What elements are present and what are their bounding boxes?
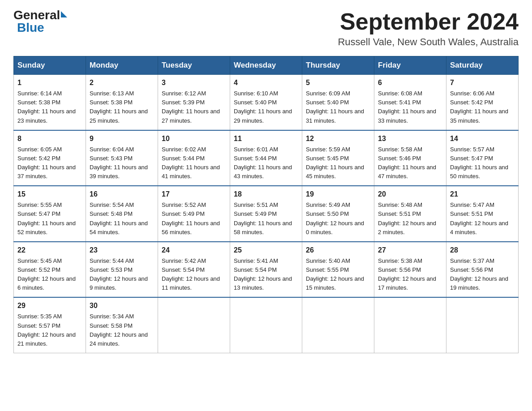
calendar-table: SundayMondayTuesdayWednesdayThursdayFrid…	[13, 56, 519, 353]
page-subtitle: Russell Vale, New South Wales, Australia	[338, 36, 519, 48]
day-number: 30	[90, 300, 154, 311]
day-info: Sunrise: 6:04 AMSunset: 5:43 PMDaylight:…	[90, 145, 154, 181]
calendar-day-cell	[230, 297, 302, 353]
calendar-day-cell: 16Sunrise: 5:54 AMSunset: 5:48 PMDayligh…	[86, 186, 158, 242]
day-info: Sunrise: 5:44 AMSunset: 5:53 PMDaylight:…	[90, 257, 154, 293]
day-info: Sunrise: 5:52 AMSunset: 5:49 PMDaylight:…	[162, 201, 226, 237]
day-number: 10	[162, 133, 226, 144]
day-info: Sunrise: 5:49 AMSunset: 5:50 PMDaylight:…	[306, 201, 370, 237]
calendar-day-cell: 13Sunrise: 5:58 AMSunset: 5:46 PMDayligh…	[374, 130, 446, 186]
logo-general: General	[13, 9, 60, 21]
day-info: Sunrise: 5:40 AMSunset: 5:55 PMDaylight:…	[306, 257, 370, 293]
day-number: 27	[378, 245, 442, 256]
calendar-week-row: 29Sunrise: 5:35 AMSunset: 5:57 PMDayligh…	[14, 297, 519, 353]
calendar-week-row: 15Sunrise: 5:55 AMSunset: 5:47 PMDayligh…	[14, 186, 519, 242]
day-number: 20	[378, 189, 442, 200]
day-number: 16	[90, 189, 154, 200]
calendar-day-cell: 23Sunrise: 5:44 AMSunset: 5:53 PMDayligh…	[86, 242, 158, 298]
weekday-header-monday: Monday	[86, 56, 158, 75]
day-number: 19	[306, 189, 370, 200]
weekday-header-saturday: Saturday	[446, 56, 519, 75]
day-number: 12	[306, 133, 370, 144]
calendar-day-cell: 12Sunrise: 5:59 AMSunset: 5:45 PMDayligh…	[302, 130, 374, 186]
weekday-header-sunday: Sunday	[14, 56, 86, 75]
day-number: 9	[90, 133, 154, 144]
day-info: Sunrise: 5:35 AMSunset: 5:57 PMDaylight:…	[17, 312, 82, 348]
day-number: 4	[234, 77, 298, 88]
day-number: 3	[162, 77, 226, 88]
calendar-day-cell: 11Sunrise: 6:01 AMSunset: 5:44 PMDayligh…	[230, 130, 302, 186]
day-number: 24	[162, 245, 226, 256]
day-info: Sunrise: 6:14 AMSunset: 5:38 PMDaylight:…	[17, 89, 82, 125]
calendar-week-row: 22Sunrise: 5:45 AMSunset: 5:52 PMDayligh…	[14, 242, 519, 298]
day-info: Sunrise: 5:54 AMSunset: 5:48 PMDaylight:…	[90, 201, 154, 237]
day-number: 26	[306, 245, 370, 256]
calendar-day-cell: 14Sunrise: 5:57 AMSunset: 5:47 PMDayligh…	[446, 130, 519, 186]
day-info: Sunrise: 5:51 AMSunset: 5:49 PMDaylight:…	[234, 201, 298, 237]
day-number: 29	[17, 300, 82, 311]
day-info: Sunrise: 5:41 AMSunset: 5:54 PMDaylight:…	[234, 257, 298, 293]
calendar-day-cell: 15Sunrise: 5:55 AMSunset: 5:47 PMDayligh…	[14, 186, 86, 242]
day-info: Sunrise: 5:55 AMSunset: 5:47 PMDaylight:…	[17, 201, 82, 237]
weekday-header-thursday: Thursday	[302, 56, 374, 75]
day-info: Sunrise: 5:57 AMSunset: 5:47 PMDaylight:…	[450, 145, 515, 181]
day-info: Sunrise: 5:42 AMSunset: 5:54 PMDaylight:…	[162, 257, 226, 293]
day-number: 5	[306, 77, 370, 88]
logo-triangle-icon	[61, 11, 67, 17]
calendar-day-cell: 21Sunrise: 5:47 AMSunset: 5:51 PMDayligh…	[446, 186, 519, 242]
day-number: 18	[234, 189, 298, 200]
calendar-day-cell	[302, 297, 374, 353]
day-info: Sunrise: 5:34 AMSunset: 5:58 PMDaylight:…	[90, 312, 154, 348]
day-number: 2	[90, 77, 154, 88]
day-number: 6	[378, 77, 442, 88]
title-block: September 2024 Russell Vale, New South W…	[338, 9, 519, 48]
logo: General Blue	[13, 9, 67, 34]
calendar-day-cell: 25Sunrise: 5:41 AMSunset: 5:54 PMDayligh…	[230, 242, 302, 298]
calendar-day-cell: 3Sunrise: 6:12 AMSunset: 5:39 PMDaylight…	[158, 75, 230, 130]
calendar-week-row: 1Sunrise: 6:14 AMSunset: 5:38 PMDaylight…	[14, 75, 519, 130]
day-info: Sunrise: 6:05 AMSunset: 5:42 PMDaylight:…	[17, 145, 82, 181]
weekday-header-friday: Friday	[374, 56, 446, 75]
calendar-day-cell: 17Sunrise: 5:52 AMSunset: 5:49 PMDayligh…	[158, 186, 230, 242]
calendar-header-row: SundayMondayTuesdayWednesdayThursdayFrid…	[14, 56, 519, 75]
day-number: 17	[162, 189, 226, 200]
day-info: Sunrise: 6:13 AMSunset: 5:38 PMDaylight:…	[90, 89, 154, 125]
calendar-day-cell: 28Sunrise: 5:37 AMSunset: 5:56 PMDayligh…	[446, 242, 519, 298]
day-info: Sunrise: 5:37 AMSunset: 5:56 PMDaylight:…	[450, 257, 515, 293]
day-number: 7	[450, 77, 515, 88]
day-info: Sunrise: 6:06 AMSunset: 5:42 PMDaylight:…	[450, 89, 515, 125]
calendar-day-cell: 30Sunrise: 5:34 AMSunset: 5:58 PMDayligh…	[86, 297, 158, 353]
day-number: 22	[17, 245, 82, 256]
calendar-day-cell: 7Sunrise: 6:06 AMSunset: 5:42 PMDaylight…	[446, 75, 519, 130]
calendar-day-cell: 2Sunrise: 6:13 AMSunset: 5:38 PMDaylight…	[86, 75, 158, 130]
day-info: Sunrise: 5:47 AMSunset: 5:51 PMDaylight:…	[450, 201, 515, 237]
day-info: Sunrise: 6:08 AMSunset: 5:41 PMDaylight:…	[378, 89, 442, 125]
calendar-day-cell: 8Sunrise: 6:05 AMSunset: 5:42 PMDaylight…	[14, 130, 86, 186]
day-number: 28	[450, 245, 515, 256]
day-number: 15	[17, 189, 82, 200]
calendar-day-cell	[446, 297, 519, 353]
calendar-day-cell: 24Sunrise: 5:42 AMSunset: 5:54 PMDayligh…	[158, 242, 230, 298]
calendar-day-cell: 29Sunrise: 5:35 AMSunset: 5:57 PMDayligh…	[14, 297, 86, 353]
day-info: Sunrise: 6:10 AMSunset: 5:40 PMDaylight:…	[234, 89, 298, 125]
day-number: 11	[234, 133, 298, 144]
calendar-week-row: 8Sunrise: 6:05 AMSunset: 5:42 PMDaylight…	[14, 130, 519, 186]
logo-blue: Blue	[17, 21, 44, 34]
calendar-day-cell: 20Sunrise: 5:48 AMSunset: 5:51 PMDayligh…	[374, 186, 446, 242]
weekday-header-tuesday: Tuesday	[158, 56, 230, 75]
day-info: Sunrise: 5:45 AMSunset: 5:52 PMDaylight:…	[17, 257, 82, 293]
day-number: 13	[378, 133, 442, 144]
calendar-day-cell: 22Sunrise: 5:45 AMSunset: 5:52 PMDayligh…	[14, 242, 86, 298]
page-title: September 2024	[338, 9, 519, 34]
calendar-day-cell: 4Sunrise: 6:10 AMSunset: 5:40 PMDaylight…	[230, 75, 302, 130]
calendar-day-cell: 6Sunrise: 6:08 AMSunset: 5:41 PMDaylight…	[374, 75, 446, 130]
day-number: 23	[90, 245, 154, 256]
calendar-day-cell	[374, 297, 446, 353]
calendar-day-cell: 19Sunrise: 5:49 AMSunset: 5:50 PMDayligh…	[302, 186, 374, 242]
calendar-day-cell: 26Sunrise: 5:40 AMSunset: 5:55 PMDayligh…	[302, 242, 374, 298]
page-header: General Blue September 2024 Russell Vale…	[13, 9, 519, 48]
day-info: Sunrise: 6:02 AMSunset: 5:44 PMDaylight:…	[162, 145, 226, 181]
day-number: 1	[17, 77, 82, 88]
day-number: 8	[17, 133, 82, 144]
calendar-day-cell: 1Sunrise: 6:14 AMSunset: 5:38 PMDaylight…	[14, 75, 86, 130]
